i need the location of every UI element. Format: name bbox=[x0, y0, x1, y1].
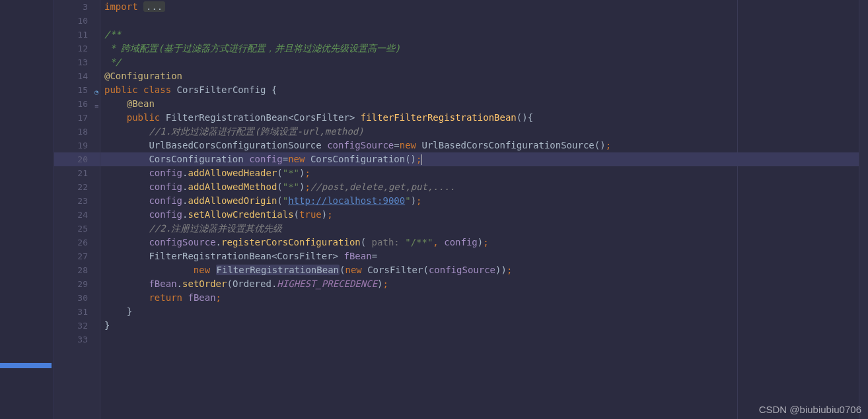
method-registerCorsConfiguration: registerCorsConfiguration bbox=[221, 237, 361, 247]
line-number[interactable]: 12 bbox=[54, 42, 100, 55]
code-line: config.addAllowedOrigin("http://localhos… bbox=[100, 194, 868, 208]
line-number[interactable]: 17 bbox=[54, 111, 100, 125]
var-fBean: fBean bbox=[344, 251, 371, 261]
code-line: ⊟ public FilterRegistrationBean<CorsFilt… bbox=[100, 111, 868, 125]
javadoc-close: */ bbox=[104, 57, 121, 67]
line-number[interactable]: 19 bbox=[54, 139, 100, 152]
code-line: configSource.registerCorsConfiguration( … bbox=[100, 236, 868, 249]
sidebar bbox=[0, 0, 54, 419]
annotation-bean: @Bean bbox=[127, 98, 155, 109]
type-frb: FilterRegistrationBean bbox=[166, 112, 288, 123]
type-corsfilter: CorsFilter bbox=[294, 112, 349, 123]
constant-HIGHEST_PRECEDENCE: HIGHEST_PRECEDENCE bbox=[277, 278, 377, 289]
line-number[interactable]: 30 bbox=[54, 291, 100, 305]
line-number[interactable]: 10 bbox=[54, 14, 100, 28]
javadoc-body: * 跨域配置(基于过滤器方式进行配置，并且将过滤优先级设置高一些) bbox=[104, 43, 400, 53]
line-number[interactable]: 23 bbox=[54, 194, 100, 208]
var-configSource: configSource bbox=[327, 140, 394, 150]
method-setOrder: setOrder bbox=[182, 278, 227, 289]
code-line: } bbox=[100, 319, 868, 333]
comment: //post,delete,get,put,.... bbox=[310, 181, 455, 192]
javadoc-open: /** bbox=[104, 29, 121, 40]
code-line-empty bbox=[100, 14, 868, 28]
method-addAllowedHeader: addAllowedHeader bbox=[188, 168, 277, 178]
gutter[interactable]: 3101112131415◔16≡17181920212223242526272… bbox=[54, 0, 100, 419]
comment: //1.对此过滤器进行配置(跨域设置-url,method) bbox=[149, 126, 363, 137]
code-line-empty bbox=[100, 333, 868, 346]
code-line: config.setAllowCredentials(true); bbox=[100, 208, 868, 222]
line-number[interactable]: 28 bbox=[54, 263, 100, 277]
code-line: config.addAllowedMethod("*");//post,dele… bbox=[100, 180, 868, 194]
line-number[interactable]: 21 bbox=[54, 166, 100, 180]
brace-close: } bbox=[127, 306, 132, 317]
line-number[interactable]: 20 bbox=[54, 152, 100, 166]
method-addAllowedOrigin: addAllowedOrigin bbox=[188, 195, 277, 206]
line-number[interactable]: 33 bbox=[54, 333, 100, 346]
line-number[interactable]: 3 bbox=[54, 0, 100, 14]
watermark: CSDN @biubiubiu0706 bbox=[759, 404, 861, 415]
gutter-nav-icon[interactable]: ≡ bbox=[90, 99, 98, 107]
caret bbox=[421, 154, 422, 165]
line-number[interactable]: 16≡ bbox=[54, 97, 100, 111]
line-number[interactable]: 22 bbox=[54, 180, 100, 194]
annotation-configuration: @Configuration bbox=[104, 71, 182, 81]
code-line: * 跨域配置(基于过滤器方式进行配置，并且将过滤优先级设置高一些) bbox=[100, 42, 868, 55]
code-line: new FilterRegistrationBean(new CorsFilte… bbox=[100, 263, 868, 277]
keyword-class: class bbox=[143, 84, 177, 95]
code-line: ⊞import ... bbox=[100, 0, 868, 14]
line-number[interactable]: 26 bbox=[54, 236, 100, 249]
line-number[interactable]: 24 bbox=[54, 208, 100, 222]
var-config: config bbox=[249, 154, 283, 164]
code-line: ⊟/** bbox=[100, 28, 868, 42]
line-number[interactable]: 25 bbox=[54, 222, 100, 236]
code-line: fBean.setOrder(Ordered.HIGHEST_PRECEDENC… bbox=[100, 277, 868, 291]
highlight-FilterRegistrationBean: FilterRegistrationBean bbox=[216, 265, 340, 275]
keyword-public: public bbox=[127, 112, 166, 123]
code-line: return fBean; bbox=[100, 291, 868, 305]
code-line: @Configuration bbox=[100, 69, 868, 83]
gutter-implements-icon[interactable]: ◔ bbox=[90, 85, 98, 93]
class-name: CorsFilterConfig bbox=[177, 84, 271, 95]
brace-close: } bbox=[104, 320, 110, 331]
keyword-public: public bbox=[104, 84, 143, 95]
keyword-import: import bbox=[104, 1, 138, 12]
code-line: ⌐ */ bbox=[100, 55, 868, 69]
code-line: UrlBasedCorsConfigurationSource configSo… bbox=[100, 139, 868, 152]
line-number[interactable]: 31 bbox=[54, 305, 100, 319]
method-name: filterFilterRegistrationBean bbox=[361, 112, 517, 123]
boolean-true: true bbox=[299, 209, 322, 220]
line-number[interactable]: 11 bbox=[54, 28, 100, 42]
code-line: //2.注册过滤器并设置其优先级 bbox=[100, 222, 868, 236]
code-line: public class CorsFilterConfig { bbox=[100, 83, 868, 97]
line-number[interactable]: 15◔ bbox=[54, 83, 100, 97]
code-area[interactable]: ⊞import ... ⊟/** * 跨域配置(基于过滤器方式进行配置，并且将过… bbox=[100, 0, 868, 419]
string-url[interactable]: http://localhost:9000 bbox=[288, 195, 405, 206]
editor: 3101112131415◔16≡17181920212223242526272… bbox=[0, 0, 868, 419]
method-addAllowedMethod: addAllowedMethod bbox=[188, 181, 277, 192]
param-hint-path: path: bbox=[366, 237, 405, 247]
keyword-return: return bbox=[149, 292, 188, 303]
line-number[interactable]: 18 bbox=[54, 125, 100, 139]
brace-open: { bbox=[271, 84, 277, 95]
line-number[interactable]: 29 bbox=[54, 277, 100, 291]
code-line: //1.对此过滤器进行配置(跨域设置-url,method) bbox=[100, 125, 868, 139]
code-line: ⊟ @Bean bbox=[100, 97, 868, 111]
code-line: FilterRegistrationBean<CorsFilter> fBean… bbox=[100, 249, 868, 263]
method-setAllowCredentials: setAllowCredentials bbox=[188, 209, 293, 220]
current-line: CorsConfiguration config=new CorsConfigu… bbox=[100, 152, 868, 166]
sidebar-marker bbox=[0, 363, 52, 368]
line-number[interactable]: 13 bbox=[54, 55, 100, 69]
comment: //2.注册过滤器并设置其优先级 bbox=[149, 223, 282, 234]
code-line: ⌐ } bbox=[100, 305, 868, 319]
line-number[interactable]: 27 bbox=[54, 249, 100, 263]
code-line: config.addAllowedHeader("*"); bbox=[100, 166, 868, 180]
line-number[interactable]: 32 bbox=[54, 319, 100, 333]
vertical-scrollbar[interactable] bbox=[859, 0, 868, 419]
line-number[interactable]: 14 bbox=[54, 69, 100, 83]
folded-imports[interactable]: ... bbox=[143, 1, 165, 12]
